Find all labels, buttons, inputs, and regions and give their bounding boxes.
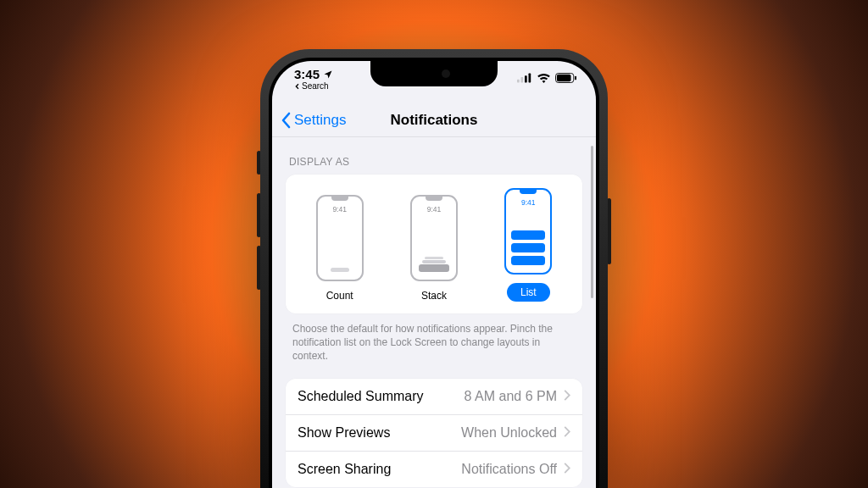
row-screen-sharing[interactable]: Screen Sharing Notifications Off xyxy=(286,452,582,487)
phone-screen: 3:45 Search xyxy=(272,61,596,488)
background-gradient: 3:45 Search xyxy=(0,0,868,488)
phone-mockup: 3:45 Search xyxy=(260,49,608,488)
svg-rect-2 xyxy=(525,75,527,82)
location-icon xyxy=(323,69,333,80)
count-preview-icon: 9:41 xyxy=(316,195,364,281)
chevron-right-icon xyxy=(564,389,570,404)
section-header-display-as: DISPLAY AS xyxy=(286,139,582,175)
breadcrumb-label: Search xyxy=(302,82,329,92)
row-label: Show Previews xyxy=(298,425,390,441)
chevron-right-icon xyxy=(564,462,570,477)
svg-rect-0 xyxy=(517,80,520,83)
navigation-bar: Settings Notifications xyxy=(272,103,596,137)
battery-icon xyxy=(555,71,577,86)
page-title: Notifications xyxy=(272,112,596,129)
option-list[interactable]: 9:41 List xyxy=(504,188,552,302)
chevron-right-icon xyxy=(564,425,570,441)
svg-rect-3 xyxy=(529,74,531,83)
phone-frame: 3:45 Search xyxy=(260,49,608,488)
settings-content: DISPLAY AS 9:41 Count xyxy=(272,139,596,488)
row-value: 8 AM and 6 PM xyxy=(465,389,557,404)
wifi-icon xyxy=(537,71,551,86)
breadcrumb-back[interactable]: Search xyxy=(294,82,333,92)
row-value: When Unlocked xyxy=(461,425,557,441)
settings-list: Scheduled Summary 8 AM and 6 PM Show Pre… xyxy=(286,379,582,487)
display-as-card: 9:41 Count 9:41 Stack xyxy=(286,175,582,313)
status-time: 3:45 xyxy=(294,68,320,81)
stack-preview-icon: 9:41 xyxy=(410,195,458,281)
option-stack[interactable]: 9:41 Stack xyxy=(410,195,458,302)
section-footer: Choose the default for how notifications… xyxy=(286,313,582,379)
option-count-label: Count xyxy=(326,290,353,302)
option-list-label: List xyxy=(507,283,550,302)
row-show-previews[interactable]: Show Previews When Unlocked xyxy=(286,415,582,452)
option-count[interactable]: 9:41 Count xyxy=(316,195,364,302)
svg-rect-6 xyxy=(575,76,576,80)
svg-rect-1 xyxy=(521,77,524,82)
cellular-icon xyxy=(517,71,532,86)
row-scheduled-summary[interactable]: Scheduled Summary 8 AM and 6 PM xyxy=(286,379,582,415)
list-preview-icon: 9:41 xyxy=(504,188,552,274)
notch xyxy=(370,61,498,86)
option-stack-label: Stack xyxy=(421,290,447,302)
row-label: Screen Sharing xyxy=(298,462,391,477)
row-value: Notifications Off xyxy=(461,462,557,477)
svg-rect-5 xyxy=(557,75,571,81)
row-label: Scheduled Summary xyxy=(298,389,424,404)
